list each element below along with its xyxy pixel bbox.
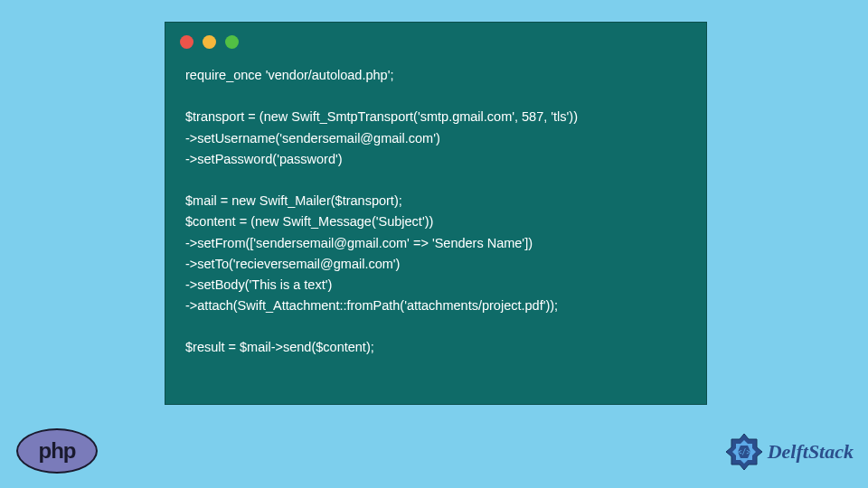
code-content: require_once 'vendor/autoload.php'; $tra… [165,56,706,377]
code-line: $content = (new Swift_Message('Subject')… [185,214,433,229]
code-line: $transport = (new Swift_SmtpTransport('s… [185,109,578,124]
code-line: ->setFrom(['sendersemail@gmail.com' => '… [185,236,533,250]
code-line: ->setBody('This is a text') [185,277,332,292]
code-line: $mail = new Swift_Mailer($transport); [185,193,402,208]
minimize-icon[interactable] [203,35,216,49]
code-line: ->setPassword('password') [185,152,343,166]
code-line: ->attach(Swift_Attachment::fromPath('att… [185,298,558,313]
php-logo-ellipse: php [16,428,98,474]
brand-text: DelftStack [768,440,854,464]
code-line: ->setUsername('sendersemail@gmail.com') [185,131,440,145]
code-line: require_once 'vendor/autoload.php'; [185,68,393,82]
code-line: ->setTo('recieversemail@gmail.com') [185,257,400,271]
brand-logo: </> DelftStack [724,432,854,472]
code-window: require_once 'vendor/autoload.php'; $tra… [165,22,707,405]
php-logo: php [16,428,98,474]
window-controls [165,23,706,56]
code-line: $result = $mail->send($content); [185,340,374,354]
close-icon[interactable] [180,35,193,49]
brand-icon: </> [724,432,764,472]
php-logo-text: php [39,438,76,464]
svg-text:</>: </> [737,448,750,456]
maximize-icon[interactable] [225,35,239,49]
